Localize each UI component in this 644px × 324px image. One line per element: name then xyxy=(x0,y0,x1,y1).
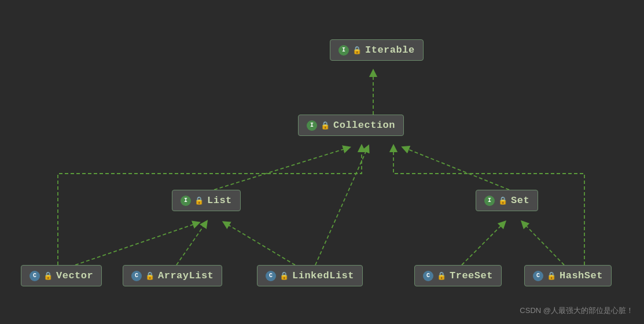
node-iterable: I 🔒 Iterable xyxy=(330,39,424,61)
node-label-linkedlist: LinkedList xyxy=(292,270,354,281)
interface-icon-collection: I xyxy=(307,120,317,131)
svg-line-2 xyxy=(214,148,347,190)
svg-line-3 xyxy=(405,148,509,190)
watermark: CSDN @人最强大的部位是心脏！ xyxy=(520,305,634,316)
node-hashset: C 🔒 HashSet xyxy=(524,265,612,286)
lock-icon-vector: 🔒 xyxy=(43,271,53,281)
class-icon-linkedlist: C xyxy=(266,271,276,281)
interface-icon-set: I xyxy=(484,196,495,206)
svg-line-4 xyxy=(315,148,367,265)
svg-line-8 xyxy=(462,223,503,265)
lock-icon-list: 🔒 xyxy=(194,196,204,205)
lock-icon-linkedlist: 🔒 xyxy=(279,271,289,281)
node-list: I 🔒 List xyxy=(172,190,241,211)
svg-line-9 xyxy=(524,223,564,265)
lock-icon-set: 🔒 xyxy=(498,196,507,205)
node-set: I 🔒 Set xyxy=(476,190,538,211)
class-icon-vector: C xyxy=(30,271,40,281)
node-label-arraylist: ArrayList xyxy=(158,270,214,281)
diagram-container: I 🔒 Iterable I 🔒 Collection I 🔒 List I 🔒… xyxy=(0,0,644,324)
node-label-treeset: TreeSet xyxy=(450,270,493,281)
svg-line-5 xyxy=(75,223,197,265)
node-linkedlist: C 🔒 LinkedList xyxy=(257,265,363,286)
interface-icon-list: I xyxy=(181,196,191,206)
interface-icon-iterable: I xyxy=(338,45,349,56)
lock-icon-collection: 🔒 xyxy=(321,121,330,130)
node-treeset: C 🔒 TreeSet xyxy=(414,265,502,286)
lock-icon-iterable: 🔒 xyxy=(352,46,362,55)
node-arraylist: C 🔒 ArrayList xyxy=(123,265,222,286)
node-label-list: List xyxy=(207,195,232,206)
lock-icon-arraylist: 🔒 xyxy=(145,271,154,281)
class-icon-treeset: C xyxy=(423,271,433,281)
class-icon-arraylist: C xyxy=(131,271,142,281)
class-icon-hashset: C xyxy=(533,271,543,281)
node-label-vector: Vector xyxy=(56,270,93,281)
node-vector: C 🔒 Vector xyxy=(21,265,102,286)
node-label-iterable: Iterable xyxy=(365,45,415,56)
node-label-set: Set xyxy=(511,195,529,206)
lock-icon-treeset: 🔒 xyxy=(437,271,446,281)
svg-line-7 xyxy=(226,223,295,265)
lock-icon-hashset: 🔒 xyxy=(547,271,556,281)
svg-line-6 xyxy=(176,223,205,265)
node-collection: I 🔒 Collection xyxy=(298,115,404,136)
node-label-collection: Collection xyxy=(333,120,395,131)
node-label-hashset: HashSet xyxy=(560,270,603,281)
